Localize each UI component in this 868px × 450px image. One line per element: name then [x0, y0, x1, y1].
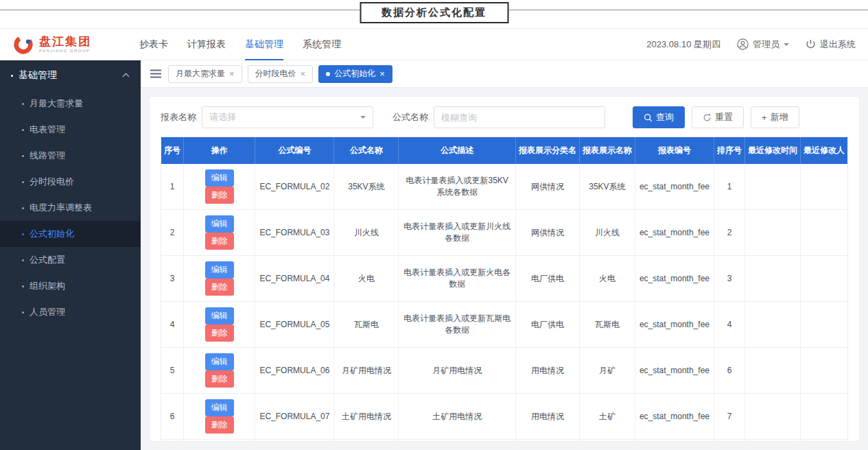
sidebar-item[interactable]: 电表管理	[0, 117, 141, 143]
user-menu[interactable]: 管理员	[737, 38, 789, 51]
table-cell: 山矿用电情况	[334, 440, 399, 442]
sidebar: 基础管理 月最大需求量电表管理线路管理分时段电价电度力率调整表公式初始化公式配置…	[0, 60, 141, 450]
nav-item[interactable]: 系统管理	[303, 29, 341, 60]
delete-button[interactable]: 删除	[205, 324, 234, 342]
tab[interactable]: 公式初始化×	[318, 65, 392, 83]
edit-button[interactable]: 编辑	[205, 353, 234, 370]
table-header-row: 序号操作公式编号公式名称公式描述报表展示分类名报表展示名称报表编号排序号最近修改…	[161, 137, 848, 165]
close-icon[interactable]: ×	[229, 69, 235, 78]
search-button[interactable]: 查询	[633, 106, 685, 128]
table-cell	[800, 256, 847, 302]
column-header: 排序号	[714, 137, 744, 165]
search-icon	[644, 113, 653, 122]
table-cell	[744, 348, 800, 394]
tab[interactable]: 分时段电价×	[248, 65, 314, 83]
row-actions: 编辑删除	[184, 210, 255, 256]
bullet-icon	[22, 181, 24, 183]
edit-button[interactable]: 编辑	[205, 399, 234, 416]
column-header: 报表展示分类名	[515, 137, 579, 165]
add-button[interactable]: + 新增	[751, 106, 799, 128]
delete-button[interactable]: 删除	[205, 187, 234, 204]
select-placeholder: 请选择	[209, 111, 360, 123]
table-cell: ec_stat_month_fee	[635, 394, 714, 440]
table-cell: 电厂供电	[515, 256, 579, 302]
table-cell: 网供情况	[515, 210, 579, 256]
delete-button[interactable]: 删除	[205, 233, 234, 250]
table-row: 7编辑删除EC_FORMULA_08山矿用电情况山矿用电情况用电情况山矿ec_s…	[161, 440, 848, 442]
bullet-icon	[22, 311, 24, 313]
edit-button[interactable]: 编辑	[205, 215, 234, 233]
logo-subtext: PANJIANG GROUP	[39, 49, 91, 54]
row-actions: 编辑删除	[184, 164, 255, 210]
layout: 基础管理 月最大需求量电表管理线路管理分时段电价电度力率调整表公式初始化公式配置…	[0, 60, 868, 450]
sidebar-section-basic-mgmt[interactable]: 基础管理	[0, 60, 141, 91]
reset-button[interactable]: 重置	[692, 106, 744, 128]
table-cell	[744, 256, 800, 302]
sidebar-item[interactable]: 分时段电价	[0, 169, 141, 195]
edit-button[interactable]: 编辑	[205, 169, 234, 187]
table-cell: 月矿用电情况	[399, 348, 516, 394]
tab-list: 月最大需求量×分时段电价×公式初始化×	[168, 65, 392, 83]
table-wrap: 序号操作公式编号公式名称公式描述报表展示分类名报表展示名称报表编号排序号最近修改…	[161, 137, 848, 442]
logout-button[interactable]: 退出系统	[806, 38, 856, 51]
close-icon[interactable]: ×	[301, 69, 306, 78]
nav-item[interactable]: 基础管理	[245, 29, 283, 60]
table-cell: 电表计量表插入或更新川火线各数据	[399, 210, 516, 256]
hamburger-icon[interactable]	[150, 69, 161, 78]
table-cell: 5	[161, 348, 184, 394]
table-cell	[800, 302, 847, 348]
bullet-icon	[22, 233, 24, 235]
column-header: 序号	[161, 137, 184, 165]
sidebar-item[interactable]: 公式配置	[0, 247, 141, 273]
table-cell: EC_FORMULA_03	[255, 210, 334, 256]
content-card: 报表名称 请选择 公式名称	[149, 96, 860, 442]
sidebar-section-label: 基础管理	[19, 69, 57, 82]
page-title: 数据分析公式化配置	[360, 2, 508, 23]
column-header: 最近修改人	[800, 137, 847, 165]
edit-button[interactable]: 编辑	[205, 307, 234, 324]
table-cell: 2	[161, 210, 184, 256]
bullet-icon	[22, 285, 24, 287]
bullet-icon	[22, 259, 24, 261]
sidebar-item-label: 分时段电价	[30, 176, 74, 188]
header-right: 2023.08.10 星期四 管理员 退出系统	[646, 38, 856, 51]
table-cell: EC_FORMULA_07	[255, 394, 334, 440]
table-cell: 电表计量表插入或更新火电各数据	[399, 256, 516, 302]
table-cell: 火电	[334, 256, 399, 302]
formula-name-input[interactable]	[434, 106, 605, 128]
table-cell: 3	[714, 256, 744, 302]
sidebar-item-label: 人员管理	[30, 306, 65, 318]
row-actions: 编辑删除	[184, 302, 255, 348]
table-row: 4编辑删除EC_FORMULA_05瓦斯电电表计量表插入或更新瓦斯电各数据电厂供…	[161, 302, 848, 348]
tab-label: 月最大需求量	[176, 68, 225, 80]
nav-item[interactable]: 抄表卡	[139, 29, 168, 60]
close-icon[interactable]: ×	[379, 69, 385, 78]
sidebar-item-label: 公式初始化	[30, 228, 74, 240]
sidebar-item[interactable]: 电度力率调整表	[0, 195, 141, 221]
nav-item[interactable]: 计算报表	[187, 29, 226, 60]
formula-name-label: 公式名称	[392, 111, 428, 123]
sidebar-item[interactable]: 组织架构	[0, 273, 141, 299]
bullet-icon	[22, 207, 24, 209]
table-cell: 山矿用电情况	[399, 440, 516, 442]
tab[interactable]: 月最大需求量×	[168, 65, 242, 83]
sidebar-item-label: 公式配置	[30, 254, 65, 266]
table-cell: EC_FORMULA_02	[255, 164, 334, 210]
sidebar-item[interactable]: 线路管理	[0, 143, 141, 169]
app-header: 盘江集团 PANJIANG GROUP 抄表卡计算报表基础管理系统管理 2023…	[0, 29, 868, 60]
edit-button[interactable]: 编辑	[205, 261, 234, 279]
delete-button[interactable]: 删除	[205, 279, 234, 296]
sidebar-item[interactable]: 公式初始化	[0, 221, 141, 247]
formula-table: 序号操作公式编号公式名称公式描述报表展示分类名报表展示名称报表编号排序号最近修改…	[161, 137, 848, 442]
table-cell: 火电	[579, 256, 635, 302]
column-header: 报表展示名称	[579, 137, 635, 165]
table-cell	[744, 302, 800, 348]
sidebar-item[interactable]: 人员管理	[0, 299, 141, 325]
table-cell: 用电情况	[515, 394, 579, 440]
delete-button[interactable]: 删除	[205, 370, 234, 388]
sidebar-item[interactable]: 月最大需求量	[0, 91, 141, 117]
delete-button[interactable]: 删除	[205, 416, 234, 434]
table-cell: 用电情况	[515, 348, 579, 394]
report-name-select[interactable]: 请选择	[202, 106, 373, 128]
column-header: 报表编号	[635, 137, 714, 165]
